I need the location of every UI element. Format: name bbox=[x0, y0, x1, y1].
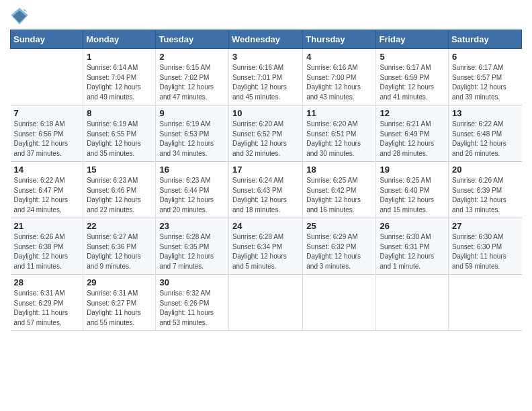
day-info: Sunrise: 6:26 AM Sunset: 6:38 PM Dayligh… bbox=[14, 232, 80, 271]
calendar-cell: 24Sunrise: 6:28 AM Sunset: 6:34 PM Dayli… bbox=[229, 218, 303, 275]
header-day-wednesday: Wednesday bbox=[229, 30, 303, 49]
header-day-thursday: Thursday bbox=[303, 30, 376, 49]
header-day-monday: Monday bbox=[83, 30, 156, 49]
day-info: Sunrise: 6:20 AM Sunset: 6:51 PM Dayligh… bbox=[306, 120, 372, 158]
day-info: Sunrise: 6:29 AM Sunset: 6:32 PM Dayligh… bbox=[306, 232, 372, 271]
day-info: Sunrise: 6:23 AM Sunset: 6:44 PM Dayligh… bbox=[159, 176, 225, 215]
day-number: 23 bbox=[159, 221, 225, 231]
calendar-cell: 17Sunrise: 6:24 AM Sunset: 6:43 PM Dayli… bbox=[229, 162, 303, 218]
day-info: Sunrise: 6:16 AM Sunset: 7:01 PM Dayligh… bbox=[232, 63, 299, 102]
day-info: Sunrise: 6:28 AM Sunset: 6:34 PM Dayligh… bbox=[232, 232, 299, 271]
calendar-cell: 4Sunrise: 6:16 AM Sunset: 7:00 PM Daylig… bbox=[303, 49, 376, 105]
day-info: Sunrise: 6:27 AM Sunset: 6:36 PM Dayligh… bbox=[87, 232, 152, 271]
calendar-cell: 2Sunrise: 6:15 AM Sunset: 7:02 PM Daylig… bbox=[156, 49, 229, 105]
day-number: 16 bbox=[159, 165, 225, 175]
calendar-cell: 1Sunrise: 6:14 AM Sunset: 7:04 PM Daylig… bbox=[83, 49, 156, 105]
day-number: 27 bbox=[452, 221, 518, 231]
calendar-cell: 20Sunrise: 6:26 AM Sunset: 6:39 PM Dayli… bbox=[449, 162, 522, 218]
day-number: 28 bbox=[14, 277, 80, 287]
logo bbox=[10, 7, 30, 26]
calendar-cell: 8Sunrise: 6:19 AM Sunset: 6:55 PM Daylig… bbox=[83, 105, 156, 162]
day-info: Sunrise: 6:17 AM Sunset: 6:59 PM Dayligh… bbox=[380, 63, 445, 102]
day-number: 24 bbox=[232, 221, 299, 231]
day-number: 21 bbox=[14, 221, 80, 231]
day-info: Sunrise: 6:30 AM Sunset: 6:30 PM Dayligh… bbox=[452, 232, 518, 271]
day-info: Sunrise: 6:26 AM Sunset: 6:39 PM Dayligh… bbox=[452, 176, 518, 215]
day-info: Sunrise: 6:14 AM Sunset: 7:04 PM Dayligh… bbox=[87, 63, 152, 102]
day-info: Sunrise: 6:25 AM Sunset: 6:40 PM Dayligh… bbox=[380, 176, 445, 215]
day-info: Sunrise: 6:15 AM Sunset: 7:02 PM Dayligh… bbox=[159, 63, 225, 102]
header-day-saturday: Saturday bbox=[449, 30, 522, 49]
calendar-cell: 23Sunrise: 6:28 AM Sunset: 6:35 PM Dayli… bbox=[156, 218, 229, 275]
calendar-cell: 19Sunrise: 6:25 AM Sunset: 6:40 PM Dayli… bbox=[376, 162, 449, 218]
day-number: 18 bbox=[306, 165, 372, 175]
day-number: 22 bbox=[87, 221, 152, 231]
calendar-cell bbox=[303, 275, 376, 331]
calendar-table: SundayMondayTuesdayWednesdayThursdayFrid… bbox=[10, 30, 522, 331]
calendar-cell: 28Sunrise: 6:31 AM Sunset: 6:29 PM Dayli… bbox=[11, 275, 83, 331]
day-number: 8 bbox=[87, 108, 152, 118]
day-number: 4 bbox=[306, 52, 372, 62]
day-info: Sunrise: 6:16 AM Sunset: 7:00 PM Dayligh… bbox=[306, 63, 372, 102]
calendar-cell: 26Sunrise: 6:30 AM Sunset: 6:31 PM Dayli… bbox=[376, 218, 449, 275]
page-container: SundayMondayTuesdayWednesdayThursdayFrid… bbox=[0, 0, 532, 338]
day-number: 11 bbox=[306, 108, 372, 118]
calendar-cell: 21Sunrise: 6:26 AM Sunset: 6:38 PM Dayli… bbox=[11, 218, 83, 275]
calendar-cell bbox=[376, 275, 449, 331]
day-number: 25 bbox=[306, 221, 372, 231]
calendar-cell: 12Sunrise: 6:21 AM Sunset: 6:49 PM Dayli… bbox=[376, 105, 449, 162]
day-info: Sunrise: 6:22 AM Sunset: 6:47 PM Dayligh… bbox=[14, 176, 80, 215]
day-info: Sunrise: 6:18 AM Sunset: 6:56 PM Dayligh… bbox=[14, 120, 80, 158]
calendar-week-row: 21Sunrise: 6:26 AM Sunset: 6:38 PM Dayli… bbox=[11, 218, 522, 275]
day-info: Sunrise: 6:17 AM Sunset: 6:57 PM Dayligh… bbox=[452, 63, 518, 102]
calendar-cell: 30Sunrise: 6:32 AM Sunset: 6:26 PM Dayli… bbox=[156, 275, 229, 331]
calendar-cell: 16Sunrise: 6:23 AM Sunset: 6:44 PM Dayli… bbox=[156, 162, 229, 218]
day-number: 20 bbox=[452, 165, 518, 175]
day-info: Sunrise: 6:31 AM Sunset: 6:29 PM Dayligh… bbox=[14, 289, 80, 328]
calendar-cell: 7Sunrise: 6:18 AM Sunset: 6:56 PM Daylig… bbox=[11, 105, 83, 162]
day-number: 26 bbox=[380, 221, 445, 231]
calendar-cell: 25Sunrise: 6:29 AM Sunset: 6:32 PM Dayli… bbox=[303, 218, 376, 275]
day-number: 29 bbox=[87, 277, 152, 287]
calendar-cell: 11Sunrise: 6:20 AM Sunset: 6:51 PM Dayli… bbox=[303, 105, 376, 162]
day-info: Sunrise: 6:20 AM Sunset: 6:52 PM Dayligh… bbox=[232, 120, 299, 158]
day-number: 7 bbox=[14, 108, 80, 118]
day-number: 9 bbox=[159, 108, 225, 118]
day-info: Sunrise: 6:28 AM Sunset: 6:35 PM Dayligh… bbox=[159, 232, 225, 271]
day-number: 17 bbox=[232, 165, 299, 175]
day-number: 5 bbox=[380, 52, 445, 62]
calendar-cell: 10Sunrise: 6:20 AM Sunset: 6:52 PM Dayli… bbox=[229, 105, 303, 162]
calendar-cell bbox=[11, 49, 83, 105]
day-number: 12 bbox=[380, 108, 445, 118]
day-number: 30 bbox=[159, 277, 225, 287]
calendar-cell: 27Sunrise: 6:30 AM Sunset: 6:30 PM Dayli… bbox=[449, 218, 522, 275]
calendar-cell bbox=[229, 275, 303, 331]
day-number: 19 bbox=[380, 165, 445, 175]
day-info: Sunrise: 6:30 AM Sunset: 6:31 PM Dayligh… bbox=[380, 232, 445, 271]
calendar-header-row: SundayMondayTuesdayWednesdayThursdayFrid… bbox=[11, 30, 522, 49]
day-number: 15 bbox=[87, 165, 152, 175]
header-day-friday: Friday bbox=[376, 30, 449, 49]
day-number: 13 bbox=[452, 108, 518, 118]
header-day-tuesday: Tuesday bbox=[156, 30, 229, 49]
calendar-week-row: 7Sunrise: 6:18 AM Sunset: 6:56 PM Daylig… bbox=[11, 105, 522, 162]
calendar-cell bbox=[449, 275, 522, 331]
calendar-cell: 14Sunrise: 6:22 AM Sunset: 6:47 PM Dayli… bbox=[11, 162, 83, 218]
calendar-cell: 9Sunrise: 6:19 AM Sunset: 6:53 PM Daylig… bbox=[156, 105, 229, 162]
day-info: Sunrise: 6:23 AM Sunset: 6:46 PM Dayligh… bbox=[87, 176, 152, 215]
logo-icon bbox=[10, 7, 29, 26]
day-number: 3 bbox=[232, 52, 299, 62]
calendar-cell: 13Sunrise: 6:22 AM Sunset: 6:48 PM Dayli… bbox=[449, 105, 522, 162]
calendar-week-row: 28Sunrise: 6:31 AM Sunset: 6:29 PM Dayli… bbox=[11, 275, 522, 331]
calendar-week-row: 14Sunrise: 6:22 AM Sunset: 6:47 PM Dayli… bbox=[11, 162, 522, 218]
day-info: Sunrise: 6:21 AM Sunset: 6:49 PM Dayligh… bbox=[380, 120, 445, 158]
day-number: 14 bbox=[14, 165, 80, 175]
day-number: 1 bbox=[87, 52, 152, 62]
header-day-sunday: Sunday bbox=[11, 30, 83, 49]
day-info: Sunrise: 6:19 AM Sunset: 6:55 PM Dayligh… bbox=[87, 120, 152, 158]
calendar-cell: 15Sunrise: 6:23 AM Sunset: 6:46 PM Dayli… bbox=[83, 162, 156, 218]
page-header bbox=[10, 7, 522, 26]
calendar-cell: 18Sunrise: 6:25 AM Sunset: 6:42 PM Dayli… bbox=[303, 162, 376, 218]
day-info: Sunrise: 6:32 AM Sunset: 6:26 PM Dayligh… bbox=[159, 289, 225, 328]
day-info: Sunrise: 6:24 AM Sunset: 6:43 PM Dayligh… bbox=[232, 176, 299, 215]
